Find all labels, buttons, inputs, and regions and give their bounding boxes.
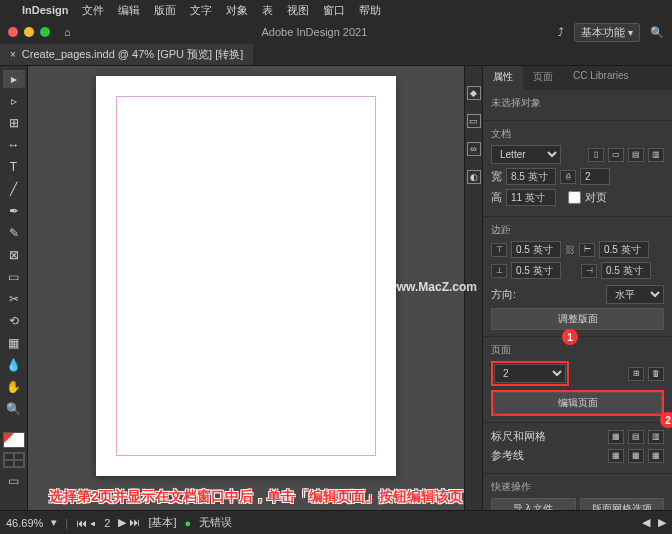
- width-input[interactable]: [506, 168, 556, 185]
- margin-left-icon: ⊢: [579, 243, 595, 257]
- pages-input[interactable]: [580, 168, 610, 185]
- apply-color-grid[interactable]: [3, 452, 25, 468]
- hand-tool[interactable]: ✋: [3, 378, 25, 396]
- document-page[interactable]: [96, 76, 396, 476]
- dock-pages-icon[interactable]: ▭: [467, 114, 481, 128]
- guides-icon-1[interactable]: ▦: [608, 449, 624, 463]
- margin-right-icon: ⊣: [581, 264, 597, 278]
- home-icon[interactable]: ⌂: [64, 26, 71, 38]
- pen-tool[interactable]: ✒: [3, 202, 25, 220]
- menu-edit[interactable]: 编辑: [118, 3, 140, 18]
- gradient-tool[interactable]: ▦: [3, 334, 25, 352]
- titlebar: ⌂ Adobe InDesign 2021 ⤴ 基本功能 ▾ 🔍: [0, 20, 672, 44]
- pages-count-icon: ⎙: [560, 170, 576, 184]
- facing-pages-label: 对页: [585, 190, 607, 205]
- eyedropper-tool[interactable]: 💧: [3, 356, 25, 374]
- view-mode-tool[interactable]: ▭: [3, 472, 25, 490]
- new-page-icon[interactable]: ⊞: [628, 367, 644, 381]
- margin-top-input[interactable]: [511, 241, 561, 258]
- workspace-menu[interactable]: 基本功能 ▾: [574, 23, 640, 42]
- marker-1: 1: [562, 329, 578, 345]
- zoom-tool[interactable]: 🔍: [3, 400, 25, 418]
- instruction-callout: 选择第2页并显示在文档窗口中后，单击「编辑页面」按钮编辑该页: [40, 488, 472, 506]
- status-bar: 46.69%▾ | ⏮ ◀2▶ ⏭ [基本] ●无错误 ◀ ▶: [0, 510, 672, 534]
- tab-properties[interactable]: 属性: [483, 66, 523, 90]
- document-tab[interactable]: × Create_pages.indd @ 47% [GPU 预览] [转换]: [0, 44, 253, 65]
- pages-section-label: 页面: [491, 343, 664, 357]
- binding-left-icon[interactable]: ▤: [628, 148, 644, 162]
- page-tool[interactable]: ⊞: [3, 114, 25, 132]
- scissors-tool[interactable]: ✂: [3, 290, 25, 308]
- delete-page-icon[interactable]: 🗑: [648, 367, 664, 381]
- direct-selection-tool[interactable]: ▹: [3, 92, 25, 110]
- guides-icon-3[interactable]: ▦: [648, 449, 664, 463]
- margin-bottom-input[interactable]: [511, 262, 561, 279]
- rulers-icon-3[interactable]: ▥: [648, 430, 664, 444]
- link-margins-icon[interactable]: ⛓: [565, 244, 575, 255]
- gap-tool[interactable]: ↔: [3, 136, 25, 154]
- tab-cclibraries[interactable]: CC Libraries: [563, 66, 639, 90]
- toolbar: ▸ ▹ ⊞ ↔ T ╱ ✒ ✎ ⊠ ▭ ✂ ⟲ ▦ 💧 ✋ 🔍 ▭: [0, 66, 28, 510]
- maximize-button[interactable]: [40, 27, 50, 37]
- margin-bottom-icon: ⊥: [491, 264, 507, 278]
- dock-links-icon[interactable]: ∞: [467, 142, 481, 156]
- no-selection-label: 未选择对象: [491, 96, 664, 110]
- watermark: www.MacZ.com: [387, 280, 477, 294]
- rectangle-frame-tool[interactable]: ⊠: [3, 246, 25, 264]
- margin-left-input[interactable]: [599, 241, 649, 258]
- edit-page-button[interactable]: 编辑页面: [493, 392, 662, 414]
- app-menu[interactable]: InDesign: [22, 4, 68, 16]
- rectangle-tool[interactable]: ▭: [3, 268, 25, 286]
- status-text: 无错误: [199, 515, 232, 530]
- type-tool[interactable]: T: [3, 158, 25, 176]
- menu-window[interactable]: 窗口: [323, 3, 345, 18]
- menu-layout[interactable]: 版面: [154, 3, 176, 18]
- menu-view[interactable]: 视图: [287, 3, 309, 18]
- rulers-icon-1[interactable]: ▦: [608, 430, 624, 444]
- document-section-label: 文档: [491, 127, 664, 141]
- zoom-level[interactable]: 46.69%: [6, 517, 43, 529]
- selection-tool[interactable]: ▸: [3, 70, 25, 88]
- current-page-select[interactable]: 2: [494, 364, 566, 383]
- page-indicator[interactable]: 2: [104, 517, 110, 529]
- search-icon[interactable]: 🔍: [650, 26, 664, 39]
- document-tabs: × Create_pages.indd @ 47% [GPU 预览] [转换]: [0, 44, 672, 66]
- scroll-left-icon[interactable]: ◀: [642, 516, 650, 529]
- facing-pages-checkbox[interactable]: [568, 191, 581, 204]
- menu-file[interactable]: 文件: [82, 3, 104, 18]
- orientation-landscape-icon[interactable]: ▭: [608, 148, 624, 162]
- minimize-button[interactable]: [24, 27, 34, 37]
- page-margins: [116, 96, 376, 456]
- menu-object[interactable]: 对象: [226, 3, 248, 18]
- height-label: 高: [491, 190, 502, 205]
- close-button[interactable]: [8, 27, 18, 37]
- fill-stroke-swatch[interactable]: [3, 432, 25, 448]
- highlight-edit-page: 编辑页面: [491, 390, 664, 416]
- pencil-tool[interactable]: ✎: [3, 224, 25, 242]
- guides-icon-2[interactable]: ▦: [628, 449, 644, 463]
- scroll-right-icon[interactable]: ▶: [658, 516, 666, 529]
- window-title: Adobe InDesign 2021: [77, 26, 553, 38]
- orientation-portrait-icon[interactable]: ▯: [588, 148, 604, 162]
- preset-select[interactable]: Letter: [491, 145, 561, 164]
- height-input[interactable]: [506, 189, 556, 206]
- system-menubar: InDesign 文件 编辑 版面 文字 对象 表 视图 窗口 帮助: [0, 0, 672, 20]
- margin-right-input[interactable]: [601, 262, 651, 279]
- line-tool[interactable]: ╱: [3, 180, 25, 198]
- direction-select[interactable]: 水平: [606, 285, 664, 304]
- menu-table[interactable]: 表: [262, 3, 273, 18]
- transform-tool[interactable]: ⟲: [3, 312, 25, 330]
- adjust-layout-button[interactable]: 调整版面: [491, 308, 664, 330]
- rulers-icon-2[interactable]: ▤: [628, 430, 644, 444]
- master-page[interactable]: [基本]: [148, 515, 176, 530]
- menu-help[interactable]: 帮助: [359, 3, 381, 18]
- guides-label: 参考线: [491, 448, 524, 463]
- binding-right-icon[interactable]: ▥: [648, 148, 664, 162]
- dock-color-icon[interactable]: ◐: [467, 170, 481, 184]
- share-icon[interactable]: ⤴: [558, 26, 564, 38]
- tab-pages[interactable]: 页面: [523, 66, 563, 90]
- marker-2: 2: [660, 412, 672, 428]
- menu-type[interactable]: 文字: [190, 3, 212, 18]
- rulers-label: 标尺和网格: [491, 429, 546, 444]
- dock-cc-icon[interactable]: ◆: [467, 86, 481, 100]
